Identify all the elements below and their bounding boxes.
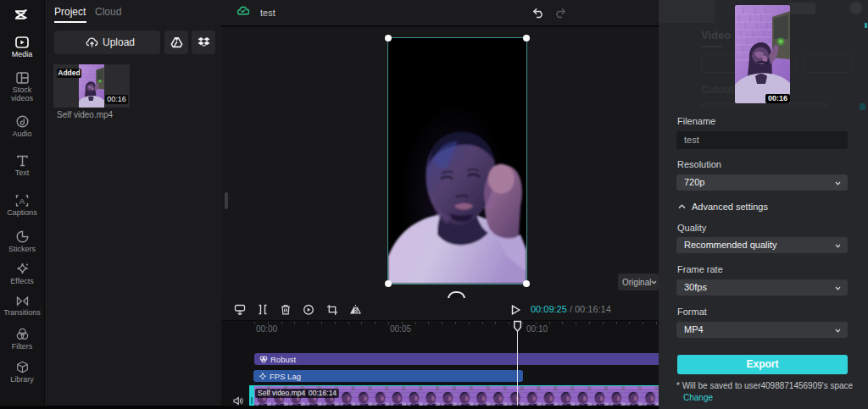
svg-text:A: A xyxy=(19,196,25,206)
